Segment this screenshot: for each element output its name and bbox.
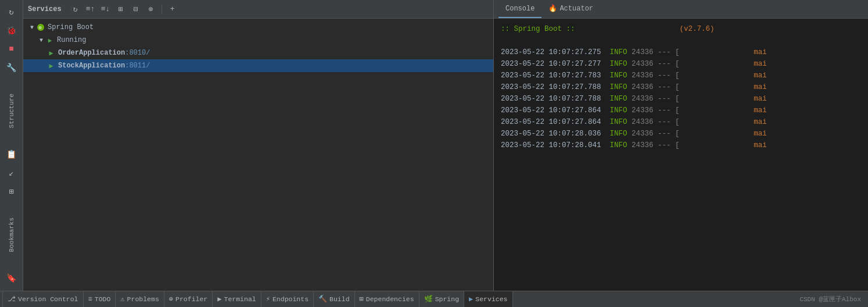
spring-status-icon: 🌿 — [424, 295, 433, 304]
toolbar-refresh-btn[interactable]: ↻ — [70, 3, 81, 15]
version-control-icon: ⎇ — [8, 295, 16, 304]
profiler-label: Profiler — [175, 295, 207, 303]
toolbar-add-btn[interactable]: + — [167, 3, 178, 15]
grid-icon[interactable]: ⊞ — [3, 183, 20, 199]
structure-label: Structure — [8, 94, 15, 128]
svg-text:⚙: ⚙ — [39, 25, 42, 30]
tree-arrow-springboot: ▼ — [28, 23, 36, 31]
endpoints-icon: ⚡ — [266, 295, 270, 304]
terminal-label: Terminal — [224, 295, 256, 303]
status-endpoints[interactable]: ⚡ Endpoints — [261, 291, 314, 307]
dependencies-icon: ⊞ — [360, 295, 364, 304]
bookmark-icon[interactable]: 🔖 — [3, 270, 20, 286]
services-status-label: Services — [475, 295, 507, 303]
tree-item-springboot[interactable]: ▼ ⚙ Spring Boot — [23, 21, 493, 34]
log-line-8: 2023-05-22 10:07:28.036 INFO 24336 --- [… — [501, 128, 861, 140]
toolbar-filter-btn[interactable]: ⊟ — [130, 3, 142, 15]
branding-text: CSDN @蓝匣子Albox — [799, 295, 861, 304]
status-build[interactable]: 🔨 Build — [314, 291, 355, 307]
order-app-label: OrderApplication — [58, 49, 125, 57]
log-line-6: 2023-05-22 10:07:27.864 INFO 24336 --- [… — [501, 105, 861, 116]
stop-icon[interactable]: ■ — [3, 41, 20, 57]
actuator-label: Actuator — [559, 5, 593, 13]
dependencies-label: Dependencies — [366, 295, 414, 303]
spring-status-label: Spring — [435, 295, 459, 303]
status-profiler[interactable]: ⊕ Profiler — [164, 291, 213, 307]
build-label: Build — [329, 295, 350, 303]
tree-item-running[interactable]: ▼ ▶ Running — [23, 34, 493, 47]
todo-label: TODO — [95, 295, 111, 303]
status-dependencies[interactable]: ⊞ Dependencies — [355, 291, 419, 307]
status-bar: ⎇ Version Control ≡ TODO ⚠ Problems ⊕ Pr… — [0, 291, 868, 307]
branding: CSDN @蓝匣子Albox — [799, 295, 866, 304]
version-control-label: Version Control — [18, 295, 78, 303]
stock-run-icon: ▶ — [46, 61, 56, 70]
status-spring[interactable]: 🌿 Spring — [419, 291, 464, 307]
toolbar-settings-btn[interactable]: ⊗ — [145, 3, 157, 15]
import-icon[interactable]: ↙ — [3, 165, 20, 181]
problems-icon: ⚠ — [120, 295, 124, 304]
status-terminal[interactable]: ▶ Terminal — [213, 291, 261, 307]
tree-item-stock-app[interactable]: ▶ StockApplication :8011/ — [23, 59, 493, 72]
spring-boot-icon: ⚙ — [36, 23, 45, 32]
refresh-icon[interactable]: ↻ — [3, 3, 20, 20]
status-version-control[interactable]: ⎇ Version Control — [2, 291, 84, 307]
tree-arrow-running: ▼ — [37, 36, 45, 44]
log-line-3: 2023-05-22 10:07:27.783 INFO 24336 --- [… — [501, 70, 861, 81]
console-tabs-bar: Console 🔥 Actuator — [494, 0, 868, 19]
console-label: Console — [505, 5, 535, 13]
endpoints-label: Endpoints — [272, 295, 309, 303]
stock-app-port: :8011/ — [125, 62, 150, 70]
tab-console[interactable]: Console — [498, 0, 541, 18]
problems-label: Problems — [127, 295, 159, 303]
todo-icon: ≡ — [88, 295, 92, 304]
stock-app-label: StockApplication — [58, 62, 125, 70]
toolbar-collapse-btn[interactable]: ≡↓ — [100, 3, 112, 15]
status-problems[interactable]: ⚠ Problems — [116, 291, 164, 307]
status-todo[interactable]: ≡ TODO — [84, 291, 116, 307]
terminal-icon: ▶ — [217, 295, 221, 304]
log-line-7: 2023-05-22 10:07:27.864 INFO 24336 --- [… — [501, 116, 861, 128]
tab-actuator[interactable]: 🔥 Actuator — [541, 0, 600, 18]
log-line-2: 2023-05-22 10:07:27.277 INFO 24336 --- [… — [501, 58, 861, 70]
running-label: Running — [57, 36, 86, 44]
services-status-icon: ▶ — [469, 295, 473, 304]
tree-item-order-app[interactable]: ▶ OrderApplication :8010/ — [23, 47, 493, 59]
build-icon: 🔨 — [318, 295, 327, 304]
bug-icon[interactable]: 🐞 — [3, 22, 20, 38]
console-output: :: Spring Boot :: (v2.7.6) 2023-05-22 10… — [494, 19, 868, 291]
log-line-1: 2023-05-22 10:07:27.275 INFO 24336 --- [… — [501, 47, 861, 58]
status-services[interactable]: ▶ Services — [464, 291, 512, 307]
bookmarks-label: Bookmarks — [8, 217, 15, 252]
services-tree: ▼ ⚙ Spring Boot ▼ ▶ Running ▶ OrderAppli… — [23, 19, 493, 291]
springboot-label: Spring Boot — [48, 23, 94, 31]
toolbar-group-btn[interactable]: ⊞ — [115, 3, 127, 15]
run-icon: ▶ — [45, 35, 55, 45]
order-app-port: :8010/ — [125, 49, 150, 57]
actuator-icon: 🔥 — [548, 4, 557, 13]
toolbar-expand-btn[interactable]: ≡↑ — [85, 3, 96, 15]
profiler-icon: ⊕ — [169, 295, 173, 304]
structure-icon[interactable]: 📋 — [3, 146, 20, 162]
wrench-icon[interactable]: 🔧 — [3, 59, 20, 76]
services-title: Services — [28, 5, 62, 13]
log-line-4: 2023-05-22 10:07:27.788 INFO 24336 --- [… — [501, 81, 861, 93]
log-line-5: 2023-05-22 10:07:27.788 INFO 24336 --- [… — [501, 93, 861, 105]
log-line-9: 2023-05-22 10:07:28.041 INFO 24336 --- [… — [501, 140, 861, 151]
order-run-icon: ▶ — [46, 48, 56, 58]
